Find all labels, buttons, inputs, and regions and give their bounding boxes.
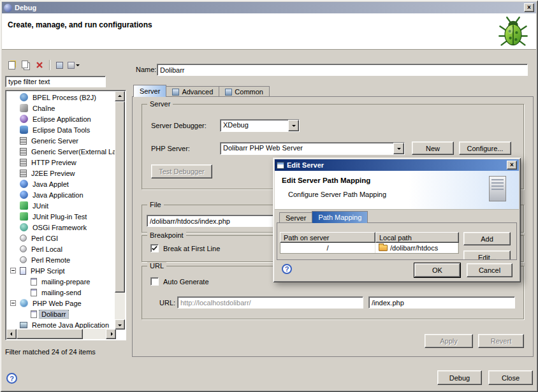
- edit-server-banner: Edit Server Path Mapping Configure Serve…: [275, 171, 519, 210]
- tree-item-eclipse-application[interactable]: Eclipse Application: [7, 113, 115, 124]
- edit-server-subheading: Configure Server Path Mapping: [288, 191, 386, 198]
- horizontal-scroll-thumb[interactable]: [17, 329, 83, 339]
- delete-configuration-button[interactable]: [33, 59, 46, 71]
- tree-item-osgi-framework[interactable]: OSGi Framework: [7, 222, 115, 233]
- combo-dropdown-button[interactable]: [393, 143, 404, 154]
- window-title: Debug: [15, 4, 521, 11]
- server-debugger-combo[interactable]: XDebug: [220, 119, 300, 132]
- help-button[interactable]: ?: [6, 373, 17, 384]
- tree-item-java-applet[interactable]: Java Applet: [7, 178, 115, 189]
- new-server-button[interactable]: New: [412, 142, 454, 155]
- tab-edit-server-label: Server: [286, 214, 306, 222]
- url-path-input[interactable]: [368, 296, 515, 309]
- window-close-button[interactable]: ×: [524, 3, 534, 12]
- tree-item-mailing-prepare[interactable]: mailing-prepare: [7, 276, 115, 287]
- close-icon: ×: [527, 4, 531, 11]
- ok-button[interactable]: OK: [414, 263, 460, 277]
- edit-server-close-button[interactable]: ×: [507, 161, 517, 170]
- cancel-button[interactable]: Cancel: [467, 263, 513, 277]
- collapse-toggle-icon[interactable]: [10, 268, 16, 273]
- base-url-input[interactable]: [177, 296, 363, 309]
- column-header-local-path[interactable]: Local path: [375, 232, 459, 243]
- test-debugger-label: Test Debugger: [159, 168, 205, 175]
- path-mapping-table: Path on server Local path / /dolibarr/ht…: [280, 232, 459, 254]
- tree-item-http-preview[interactable]: HTTP Preview: [7, 157, 115, 168]
- combo-dropdown-button[interactable]: [288, 120, 299, 131]
- tree-item-php-web-page[interactable]: PHP Web Page: [7, 298, 115, 309]
- break-first-line-checkbox[interactable]: [150, 244, 159, 252]
- tree-item-j2ee-preview[interactable]: J2EE Preview: [7, 168, 115, 178]
- debug-button[interactable]: Debug: [437, 370, 482, 385]
- tree-item-dolibarr[interactable]: Dolibarr: [7, 309, 115, 319]
- tab-server[interactable]: Server: [133, 85, 166, 97]
- window-titlebar[interactable]: Debug ×: [2, 2, 536, 13]
- new-config-icon: [8, 61, 15, 69]
- cell-path-on-server: /: [280, 243, 375, 253]
- edit-server-titlebar[interactable]: Edit Server ×: [275, 159, 519, 171]
- tree-item-junit[interactable]: JUnit: [7, 200, 115, 211]
- tree-rows: BPEL Process (B2J) Chaîne Eclipse Applic…: [7, 92, 115, 328]
- vertical-scroll-thumb[interactable]: [115, 101, 125, 293]
- tree-vertical-scrollbar[interactable]: [115, 91, 125, 330]
- tab-path-mapping[interactable]: Path Mapping: [312, 211, 368, 223]
- osgi-framework-icon: [20, 223, 28, 231]
- auto-generate-checkbox[interactable]: [150, 277, 159, 286]
- url-label: URL:: [159, 299, 175, 307]
- scroll-right-button[interactable]: [106, 329, 116, 339]
- tree-item-chaine[interactable]: Chaîne: [7, 103, 115, 113]
- tree-item-generic-server[interactable]: Generic Server: [7, 135, 115, 146]
- filter-menu-button[interactable]: [67, 59, 80, 71]
- tree-item-junit-plugin-test[interactable]: JUnit Plug-in Test: [7, 211, 115, 222]
- collapse-toggle-icon[interactable]: [10, 300, 16, 306]
- tree-horizontal-scrollbar[interactable]: [6, 329, 116, 339]
- apply-button[interactable]: Apply: [425, 334, 473, 348]
- php-server-combo[interactable]: Dolibarr PHP Web Server: [220, 142, 405, 155]
- tree-item-java-application[interactable]: Java Application: [7, 189, 115, 200]
- edit-server-heading: Edit Server Path Mapping: [282, 177, 370, 184]
- edit-button-label: Edit...: [478, 254, 496, 261]
- close-button[interactable]: Close: [488, 370, 533, 385]
- tab-common[interactable]: Common: [219, 86, 270, 97]
- header-title: Create, manage, and run configurations: [8, 20, 152, 29]
- test-debugger-button[interactable]: Test Debugger: [151, 164, 212, 178]
- tree-item-generic-server-external[interactable]: Generic Server(External La: [7, 146, 115, 157]
- tree-item-perl-local[interactable]: Perl Local: [7, 243, 115, 254]
- tree-item-bpel[interactable]: BPEL Process (B2J): [7, 92, 115, 103]
- duplicate-configuration-button[interactable]: [19, 59, 32, 71]
- tree-item-label: HTTP Preview: [29, 159, 78, 166]
- new-configuration-button[interactable]: [5, 59, 18, 71]
- server-illustration-icon: [489, 176, 506, 201]
- chain-icon: [20, 104, 28, 112]
- bpel-process-icon: [20, 93, 28, 101]
- tree-item-mailing-send[interactable]: mailing-send: [7, 287, 115, 298]
- dialog-help-button[interactable]: ?: [282, 264, 292, 274]
- tab-advanced-label: Advanced: [182, 88, 213, 96]
- tree-item-perl-remote[interactable]: Perl Remote: [7, 254, 115, 265]
- name-input[interactable]: [157, 64, 528, 76]
- collapse-all-button[interactable]: [53, 59, 66, 71]
- tree-item-label: mailing-prepare: [40, 278, 92, 286]
- tab-advanced[interactable]: Advanced: [166, 86, 219, 97]
- tab-edit-server[interactable]: Server: [279, 212, 312, 223]
- dropdown-arrow-icon: [76, 64, 80, 68]
- tree-item-eclipse-data-tools[interactable]: Eclipse Data Tools: [7, 124, 115, 135]
- help-icon: ?: [10, 375, 14, 382]
- break-first-line-label: Break at First Line: [163, 245, 220, 252]
- column-header-path-on-server[interactable]: Path on server: [280, 232, 375, 243]
- config-tab-bar: Server Advanced Common: [133, 85, 269, 97]
- table-row[interactable]: / /dolibarr/htdocs: [280, 243, 458, 253]
- tree-item-remote-java[interactable]: Remote Java Application: [7, 319, 115, 328]
- configure-server-button[interactable]: Configure...: [459, 142, 511, 155]
- path-mapping-pane: Path on server Local path / /dolibarr/ht…: [277, 222, 517, 260]
- revert-button[interactable]: Revert: [478, 334, 524, 348]
- scroll-up-button[interactable]: [115, 91, 125, 101]
- type-filter-input[interactable]: [5, 76, 106, 87]
- tree-item-perl-cgi[interactable]: Perl CGI: [7, 233, 115, 243]
- php-web-page-icon: [20, 299, 28, 307]
- scroll-left-button[interactable]: [6, 329, 17, 339]
- eclipse-data-tools-icon: [20, 126, 28, 134]
- edit-mapping-button[interactable]: Edit...: [463, 250, 511, 260]
- scroll-down-button[interactable]: [115, 319, 125, 330]
- add-mapping-button[interactable]: Add: [463, 232, 511, 245]
- tree-item-php-script[interactable]: PHP Script: [7, 265, 115, 276]
